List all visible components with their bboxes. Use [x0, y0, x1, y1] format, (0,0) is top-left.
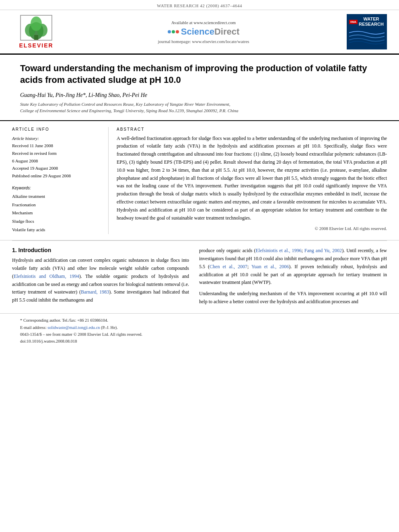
article-title: Toward understanding the mechanism of im…	[20, 63, 379, 86]
wr-logo-top: IWA WATERRESEARCH	[349, 16, 385, 27]
ref-yuan-2006: Yuan et al., 2006	[251, 264, 289, 269]
kw-4: Sludge flocs	[12, 217, 102, 226]
email-suffix: (P.-J. He).	[100, 325, 118, 330]
abstract-label: ABSTRACT	[117, 127, 387, 131]
ref-fang-yu: Fang and Yu, 2002	[304, 248, 342, 253]
elsevier-logo: ELSEVIER	[12, 15, 60, 49]
journal-center: Available at www.sciencedirect.com Scien…	[60, 20, 347, 44]
received-date: Received 11 June 2008	[12, 142, 102, 150]
kw-3: Mechanism	[12, 209, 102, 217]
accepted-date: Accepted 19 August 2008	[12, 164, 102, 172]
sd-dot-blue	[168, 30, 171, 33]
abstract-col: ABSTRACT A well-defined fractionation ap…	[117, 127, 387, 234]
section1-body-right: produce only organic acids (Elefsiniotis…	[199, 247, 387, 306]
affiliation-line1: State Key Laboratory of Pollution Contro…	[20, 102, 230, 107]
available-text: Available at www.sciencedirect.com	[60, 20, 347, 25]
article-affiliation: State Key Laboratory of Pollution Contro…	[20, 101, 379, 114]
ref-barnard: Barnard, 1983	[81, 289, 109, 295]
email-link[interactable]: solidwaste@mail.tongji.edu.cn	[47, 325, 100, 330]
corresponding-author-text: * Corresponding author. Tel./fax: +86 21…	[20, 318, 108, 322]
kw-2: Fractionation	[12, 201, 102, 209]
corresponding-author-note: * Corresponding author. Tel./fax: +86 21…	[20, 317, 379, 324]
sciencedirect-text: ScienceDirect	[181, 27, 240, 37]
ref-elef-1996: Elefsiniotis et al., 1996	[255, 248, 301, 253]
kw-1: Alkaline treatment	[12, 192, 102, 201]
copyright-line: © 2008 Elsevier Ltd. All rights reserved…	[117, 226, 387, 231]
water-research-logo-box: IWA WATERRESEARCH	[347, 14, 387, 49]
water-research-title: WATERRESEARCH	[359, 16, 384, 27]
revised-label: Received in revised form	[12, 150, 102, 157]
abstract-text: A well-defined fractionation approach fo…	[117, 135, 387, 222]
iwa-badge: IWA	[349, 20, 358, 24]
section1-number: 1.	[12, 247, 17, 253]
intro-para-1: Hydrolysis and acidification can convert…	[12, 257, 189, 304]
article-info-abstract-section: ARTICLE INFO Article history: Received 1…	[0, 121, 399, 241]
sd-dot-green	[172, 30, 175, 33]
journal-header: ELSEVIER Available at www.sciencedirect.…	[0, 10, 399, 55]
keywords-section: Keywords: Alkaline treatment Fractionati…	[12, 186, 102, 234]
section1-body-left: Hydrolysis and acidification can convert…	[12, 257, 189, 304]
article-history: Article history: Received 11 June 2008 R…	[12, 135, 102, 180]
elsevier-tree-icon	[20, 15, 52, 41]
article-authors: Guang-Hui Yu, Pin-Jing He*, Li-Ming Shao…	[20, 92, 379, 99]
body-section: 1. Introduction Hydrolysis and acidifica…	[0, 241, 399, 309]
doi-line: doi:10.1016/j.watres.2008.08.018	[20, 339, 379, 343]
body-right-col: produce only organic acids (Elefsiniotis…	[199, 247, 387, 309]
journal-citation-text: WATER RESEARCH 42 (2008) 4637–4644	[157, 3, 242, 8]
section1-title: Introduction	[19, 247, 51, 253]
svg-point-4	[31, 16, 42, 31]
journal-citation-bar: WATER RESEARCH 42 (2008) 4637–4644	[0, 0, 399, 10]
footer-section: * Corresponding author. Tel./fax: +86 21…	[0, 313, 399, 347]
sd-dots-icon	[168, 30, 179, 33]
ref-elef-oldham: Elefsiniotis and Oldham, 1994	[14, 273, 79, 279]
intro-para-3: Understanding the underlying mechanism o…	[199, 290, 387, 306]
article-title-section: Toward understanding the mechanism of im…	[0, 55, 399, 121]
elsevier-text-label: ELSEVIER	[19, 42, 53, 49]
keywords-label: Keywords:	[12, 186, 102, 190]
section1-heading: 1. Introduction	[12, 247, 189, 253]
water-waves-icon	[349, 28, 385, 46]
journal-homepage-text: journal homepage: www.elsevier.com/locat…	[60, 39, 347, 44]
email-note: E-mail address: solidwaste@mail.tongji.e…	[20, 324, 379, 331]
article-info-label: ARTICLE INFO	[12, 127, 102, 131]
history-label: Article history:	[12, 135, 102, 142]
keywords-list: Alkaline treatment Fractionation Mechani…	[12, 192, 102, 234]
email-label: E-mail address:	[20, 325, 47, 330]
intro-para-2: produce only organic acids (Elefsiniotis…	[199, 247, 387, 287]
sd-dot-red	[176, 30, 179, 33]
published-date: Published online 29 August 2008	[12, 172, 102, 180]
affiliation-line2: College of Environmental Science and Eng…	[20, 108, 239, 113]
article-info-col: ARTICLE INFO Article history: Received 1…	[12, 127, 109, 234]
kw-5: Volatile fatty acids	[12, 226, 102, 234]
issn-line: 0043-1354/$ – see front matter © 2008 El…	[20, 331, 379, 338]
revised-date: 6 August 2008	[12, 157, 102, 165]
sciencedirect-logo: ScienceDirect	[60, 27, 347, 37]
ref-chen-2007: Chen et al., 2007	[210, 264, 247, 269]
body-left-col: 1. Introduction Hydrolysis and acidifica…	[12, 247, 189, 309]
